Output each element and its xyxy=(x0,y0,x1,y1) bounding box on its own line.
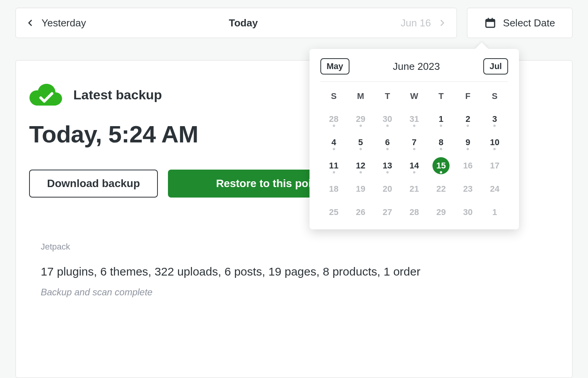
calendar-day[interactable]: 5 xyxy=(347,133,374,152)
calendar-day: 19 xyxy=(347,180,374,198)
calendar-day: 27 xyxy=(374,203,401,222)
backup-indicator-dot xyxy=(360,148,362,150)
backup-indicator-dot xyxy=(467,148,469,150)
calendar-header: May June 2023 Jul xyxy=(320,58,508,82)
calendar-icon xyxy=(484,17,496,29)
calendar-dow: T xyxy=(374,88,401,105)
calendar-dow: T xyxy=(428,88,455,105)
chevron-right-icon xyxy=(438,19,446,27)
calendar-day[interactable]: 7 xyxy=(401,133,427,152)
backup-indicator-dot xyxy=(413,148,415,150)
next-day-button: Jun 16 xyxy=(401,17,446,29)
calendar-title: June 2023 xyxy=(393,61,440,73)
calendar-day[interactable]: 9 xyxy=(455,133,481,152)
date-picker-popover: May June 2023 Jul SMTWTFS282930311234567… xyxy=(310,49,519,229)
calendar-day[interactable]: 6 xyxy=(374,133,401,152)
calendar-day: 29 xyxy=(347,110,374,128)
calendar-day: 31 xyxy=(401,110,427,128)
calendar-day: 30 xyxy=(455,203,481,222)
calendar-day[interactable]: 4 xyxy=(320,133,347,152)
select-date-label: Select Date xyxy=(503,17,555,29)
backup-summary: 17 plugins, 6 themes, 322 uploads, 6 pos… xyxy=(29,265,559,278)
backup-indicator-dot xyxy=(333,171,335,173)
backup-indicator-dot xyxy=(440,148,442,150)
prev-month-button[interactable]: May xyxy=(320,58,349,75)
next-month-button[interactable]: Jul xyxy=(483,58,508,75)
site-label: Jetpack xyxy=(29,242,559,252)
backup-indicator-dot xyxy=(386,125,389,127)
calendar-dow: M xyxy=(347,88,374,105)
backup-indicator-dot xyxy=(386,171,389,173)
calendar-dow: S xyxy=(481,88,508,105)
calendar-day: 26 xyxy=(347,203,374,222)
calendar-day: 28 xyxy=(320,110,347,128)
calendar-day[interactable]: 13 xyxy=(374,156,401,175)
calendar-day: 25 xyxy=(320,203,347,222)
calendar-day[interactable]: 3 xyxy=(481,110,508,128)
backup-indicator-dot xyxy=(333,125,335,127)
latest-backup-title: Latest backup xyxy=(73,87,162,102)
backup-indicator-dot xyxy=(333,148,335,150)
backup-indicator-dot xyxy=(360,125,362,127)
current-day-label: Today xyxy=(229,17,258,29)
calendar-day: 17 xyxy=(481,156,508,175)
calendar-day[interactable]: 1 xyxy=(428,110,455,128)
backup-indicator-dot xyxy=(386,148,389,150)
download-backup-button[interactable]: Download backup xyxy=(29,170,158,198)
calendar-day: 1 xyxy=(481,203,508,222)
calendar-day-selected[interactable]: 15 xyxy=(428,156,455,175)
calendar-day: 29 xyxy=(428,203,455,222)
calendar-day[interactable]: 14 xyxy=(401,156,427,175)
backup-indicator-dot xyxy=(493,148,496,150)
prev-day-button[interactable]: Yesterday xyxy=(26,17,86,29)
prev-day-label: Yesterday xyxy=(42,17,86,29)
date-nav-bar: Yesterday Today Jun 16 Select Date xyxy=(16,8,572,38)
calendar-day: 20 xyxy=(374,180,401,198)
calendar-day: 23 xyxy=(455,180,481,198)
backup-status: Backup and scan complete xyxy=(29,287,559,298)
calendar-dow: S xyxy=(320,88,347,105)
backup-indicator-dot xyxy=(493,125,496,127)
calendar-day: 28 xyxy=(401,203,427,222)
calendar-day: 22 xyxy=(428,180,455,198)
calendar-day[interactable]: 10 xyxy=(481,133,508,152)
calendar-day[interactable]: 11 xyxy=(320,156,347,175)
backup-indicator-dot xyxy=(413,125,415,127)
calendar-day[interactable]: 2 xyxy=(455,110,481,128)
calendar-day[interactable]: 8 xyxy=(428,133,455,152)
calendar-dow: W xyxy=(401,88,427,105)
svg-rect-1 xyxy=(486,19,495,22)
calendar-dow: F xyxy=(455,88,481,105)
backup-indicator-dot xyxy=(413,171,415,173)
backup-indicator-dot xyxy=(467,125,469,127)
backup-indicator-dot xyxy=(440,171,442,173)
calendar-day: 21 xyxy=(401,180,427,198)
calendar-day: 30 xyxy=(374,110,401,128)
calendar-day: 16 xyxy=(455,156,481,175)
calendar-day[interactable]: 12 xyxy=(347,156,374,175)
backup-indicator-dot xyxy=(360,171,362,173)
calendar-grid: SMTWTFS282930311234567891011121314151617… xyxy=(320,88,508,222)
cloud-check-icon xyxy=(29,82,63,107)
calendar-day: 18 xyxy=(320,180,347,198)
next-day-label: Jun 16 xyxy=(401,17,431,29)
calendar-day: 24 xyxy=(481,180,508,198)
select-date-button[interactable]: Select Date xyxy=(467,8,572,38)
backup-indicator-dot xyxy=(440,125,442,127)
chevron-left-icon xyxy=(26,19,35,27)
date-nav-card: Yesterday Today Jun 16 xyxy=(16,8,457,38)
